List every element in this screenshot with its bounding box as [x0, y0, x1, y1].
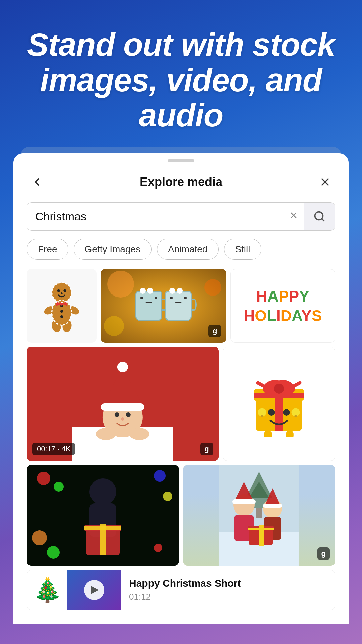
media-item-gift[interactable] — [223, 347, 335, 461]
card-wrapper: Explore media — [13, 153, 349, 624]
svg-rect-37 — [254, 393, 304, 398]
svg-point-33 — [129, 428, 149, 440]
media-row-3: g — [27, 465, 335, 566]
holidays-text: HOLIDAYS — [244, 307, 322, 325]
svg-point-9 — [64, 289, 66, 292]
modal-title: Explore media — [140, 175, 222, 189]
media-item-santa-baby[interactable]: 00:17 · 4K g — [27, 347, 219, 461]
audio-play-thumbnail[interactable] — [67, 570, 121, 610]
filter-still[interactable]: Still — [224, 239, 261, 260]
svg-point-42 — [283, 409, 290, 416]
filter-free[interactable]: Free — [27, 239, 68, 260]
getty-badge-video: g — [200, 443, 213, 455]
media-item-grandma[interactable]: g — [183, 465, 335, 566]
svg-rect-55 — [84, 526, 121, 530]
media-grid: g HAPPY HOLIDAYS — [13, 269, 349, 566]
audio-duration: 01:12 — [129, 592, 327, 602]
drag-handle[interactable] — [168, 159, 194, 162]
svg-rect-72 — [248, 528, 274, 530]
search-input[interactable] — [27, 203, 284, 230]
modal-header: Explore media — [13, 162, 349, 199]
hero-title: Stand out with stock images, video, and … — [0, 0, 362, 153]
svg-point-32 — [96, 428, 116, 440]
svg-rect-44 — [286, 430, 294, 437]
media-item-holidays[interactable]: HAPPY HOLIDAYS — [230, 269, 335, 343]
filter-animated[interactable]: Animated — [157, 239, 219, 260]
svg-point-29 — [115, 412, 119, 417]
modal-card: Explore media — [13, 153, 349, 624]
media-item-gingerbread[interactable] — [27, 269, 97, 343]
svg-point-31 — [121, 417, 124, 421]
media-item-present[interactable] — [27, 465, 179, 566]
svg-point-41 — [268, 409, 275, 416]
svg-line-5 — [322, 219, 324, 221]
svg-point-30 — [126, 412, 131, 417]
media-row-1: g HAPPY HOLIDAYS — [27, 269, 335, 343]
audio-track-row[interactable]: 🎄 Happy Christmas Short 01:12 — [27, 570, 335, 610]
svg-rect-27 — [101, 403, 144, 411]
svg-point-40 — [274, 384, 284, 394]
svg-point-50 — [89, 478, 116, 505]
svg-rect-68 — [263, 504, 282, 508]
svg-point-10 — [61, 292, 63, 294]
getty-badge-grandma: g — [317, 547, 330, 560]
media-row-2: 00:17 · 4K g — [27, 347, 335, 461]
svg-point-8 — [57, 289, 60, 292]
getty-badge-cocoa: g — [208, 325, 221, 337]
filter-row: Free Getty Images Animated Still — [13, 239, 349, 269]
hero-section: Stand out with stock images, video, and … — [0, 0, 362, 153]
svg-point-28 — [117, 362, 128, 372]
back-button[interactable] — [27, 172, 47, 192]
audio-info: Happy Christmas Short 01:12 — [121, 571, 335, 609]
filter-getty[interactable]: Getty Images — [74, 239, 152, 260]
svg-rect-48 — [294, 415, 297, 417]
svg-point-13 — [60, 315, 63, 318]
audio-title: Happy Christmas Short — [129, 578, 327, 589]
svg-rect-43 — [264, 430, 272, 437]
search-bar — [27, 202, 335, 231]
media-item-cocoa[interactable]: g — [101, 269, 226, 343]
svg-rect-60 — [256, 508, 262, 518]
search-button[interactable] — [304, 203, 335, 230]
play-triangle-icon — [91, 586, 99, 594]
svg-point-12 — [60, 310, 63, 313]
search-clear-button[interactable] — [284, 207, 304, 226]
svg-rect-64 — [232, 499, 256, 504]
play-button[interactable] — [84, 580, 104, 600]
svg-rect-46 — [261, 415, 263, 417]
close-button[interactable] — [315, 172, 335, 192]
video-duration-badge: 00:17 · 4K — [32, 443, 75, 455]
audio-tree-icon: 🎄 — [27, 570, 67, 610]
happy-text: HAPPY — [256, 287, 309, 305]
